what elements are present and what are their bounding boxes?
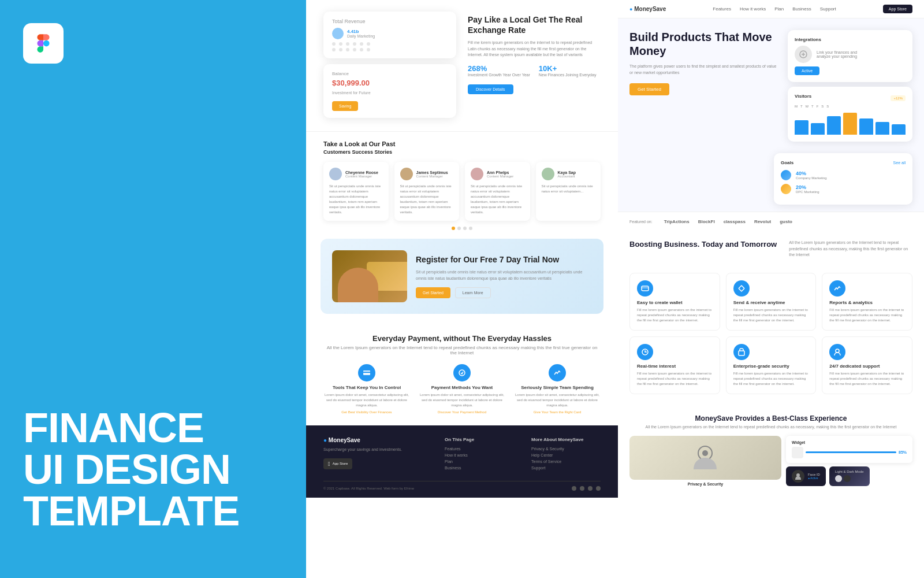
goal-label-1: Company Marketing (796, 176, 827, 180)
footer-brand: ● MoneySave Supercharge your savings and… (323, 437, 427, 472)
right-hero-cards: Integrations Link your finances and anal… (788, 30, 912, 142)
get-started-button[interactable]: Get Started (416, 287, 450, 298)
right-nav: ● MoneySave Features How it works Plan B… (618, 0, 924, 18)
reviewer-avatar-2 (400, 168, 413, 180)
avatar-sm (332, 28, 344, 39)
footer-link-terms[interactable]: Terms of Service (531, 460, 601, 464)
trial-buttons: Get Started Learn More (416, 287, 592, 298)
feature-link-3[interactable]: Give Your Team the Right Card (514, 410, 601, 414)
right-feat-3: Reports & analytics Fill me lorem ipsum … (822, 273, 912, 331)
payments-section: Everyday Payment, without The Everyday H… (306, 323, 618, 425)
footer-link-help[interactable]: Help Center (531, 453, 601, 457)
right-panel: ● MoneySave Features How it works Plan B… (618, 0, 924, 578)
svg-point-2 (459, 370, 465, 376)
lightdark-label: Light & Dark Mode (835, 470, 864, 473)
appstore-nav-button[interactable]: App Store (883, 5, 912, 13)
footer-col-2: More About MoneySave Privacy & Security … (531, 437, 601, 472)
right-feat-title-5: Enterprise-grade security (733, 364, 809, 369)
dot-2[interactable] (457, 227, 461, 230)
privacy-label: Privacy & Security (688, 482, 723, 486)
social-dot-1[interactable] (572, 486, 576, 491)
social-dot-3[interactable] (588, 486, 593, 491)
active-button[interactable]: Active (795, 66, 819, 75)
dot-1[interactable] (452, 227, 455, 230)
right-feat-5: Enterprise-grade security Fill me lorem … (726, 336, 817, 394)
right-feat-title-3: Reports & analytics (829, 300, 905, 305)
dot-3[interactable] (463, 227, 467, 230)
feature-title-1: Tools That Keep You In Control (323, 385, 410, 390)
footer-link-plan[interactable]: Plan (445, 460, 514, 464)
nav-link-features[interactable]: Features (713, 6, 731, 12)
social-dot-4[interactable] (596, 486, 601, 491)
reviewer-role-4: Accountant (558, 175, 576, 178)
boosting-right: All the Lorem Ipsum generators on the In… (789, 240, 912, 258)
footer-link-how[interactable]: How it works (445, 453, 514, 457)
goal-pct-1: 40% (796, 171, 827, 176)
footer-link-features[interactable]: Features (445, 447, 514, 451)
feature-link-2[interactable]: Discover Your Payment Method (419, 410, 505, 414)
dot-4[interactable] (469, 227, 472, 230)
nav-link-support[interactable]: Support (820, 6, 836, 12)
dots-grid (332, 42, 448, 51)
visitors-title: Visitors (795, 94, 811, 99)
goals-view-all[interactable]: See all (893, 161, 906, 165)
footer-link-privacy[interactable]: Privacy & Security (531, 447, 601, 451)
discover-button[interactable]: Discover Details (468, 84, 513, 94)
feature-title-2: Payment Methods You Want (419, 385, 505, 390)
footer-desc: Supercharge your savings and investments… (323, 447, 427, 453)
footer-col1-title: On This Page (445, 437, 514, 442)
footer-social-dots (572, 486, 601, 491)
svg-point-9 (702, 450, 708, 456)
right-feat-text-1: Fill me lorem ipsum generators on the in… (637, 307, 713, 323)
feature-icon-3 (549, 364, 566, 381)
save-button[interactable]: Saving (332, 101, 358, 111)
goals-spacer (629, 153, 768, 205)
review-text-2: Sit ut perspiciatis unde omnis iste natu… (400, 184, 454, 215)
nav-link-plan[interactable]: Plan (774, 6, 784, 12)
right-feat-title-2: Send & receive anytime (733, 300, 809, 305)
right-feat-icon-6 (829, 344, 845, 360)
review-text-1: Sit ut perspiciatis unde omnis iste natu… (329, 184, 383, 215)
stat2-label: New Finances Joining Everyday (539, 73, 597, 77)
reviewer-avatar-4 (542, 168, 554, 180)
trial-image (332, 250, 407, 302)
reviewer-role-1: Content Manager (345, 175, 378, 178)
reviewer-avatar-3 (471, 168, 483, 180)
stat2-num: 10K+ (539, 64, 597, 73)
hero-text: Fill me lorem ipsum generators on the in… (468, 40, 601, 58)
feature-text-2: Lorem ipsum dolor sit amet, consectetur … (419, 392, 505, 408)
right-feat-title-1: Easy to create wallet (637, 300, 713, 305)
feature-link-1[interactable]: Get Best Visibility Over Finances (323, 410, 410, 414)
reviewer-avatar-1 (329, 168, 342, 180)
faceid-card: Face ID ● Active (786, 466, 826, 486)
bestclass-right-col: Widget 85% Face I (786, 436, 912, 486)
review-text-3: Sit ut perspiciatis unde omnis iste natu… (471, 184, 524, 215)
privacy-image (629, 436, 781, 480)
right-feat-icon-5 (733, 344, 750, 360)
svg-rect-1 (363, 372, 370, 373)
goal-item-1: 40% Company Marketing (781, 170, 906, 180)
footer-link-support[interactable]: Support (531, 466, 601, 470)
right-feat-2: Send & receive anytime Fill me lorem ips… (726, 273, 817, 331)
trial-banner: Register for Our Free 7 Day Trial Now Si… (321, 239, 603, 314)
featured-section: Featured on: TripActions BlockFI classpa… (618, 212, 924, 231)
bar-w (827, 116, 841, 135)
left-panel: FINANCE UI DESIGN TEMPLATE (0, 0, 306, 578)
reviewer-role-3: Content Manager (487, 175, 513, 178)
reviewer-name-4: Kaya Sap (558, 171, 576, 175)
bestclass-privacy: Privacy & Security (629, 436, 781, 486)
visitors-card: Visitors +12% M T W T F S S (788, 87, 912, 142)
footer-link-business[interactable]: Business (445, 466, 514, 470)
payments-subtitle: All the Lorem Ipsum generators on the In… (323, 345, 601, 355)
bestclass-sub: All the Lorem Ipsum generators on the In… (629, 425, 912, 429)
nav-link-how[interactable]: How it works (740, 6, 766, 12)
right-feat-text-2: Fill me lorem ipsum generators on the in… (733, 307, 809, 323)
learn-more-button[interactable]: Learn More (455, 287, 491, 298)
nav-link-business[interactable]: Business (792, 6, 811, 12)
right-feat-1: Easy to create wallet Fill me lorem ipsu… (629, 273, 720, 331)
copyright: © 2021 Capbase. All Rights Reserved. Web… (323, 487, 414, 490)
social-dot-2[interactable] (580, 486, 584, 491)
appstore-badge[interactable]:  App Store (323, 458, 352, 469)
right-feat-text-6: Fill me lorem ipsum generators on the in… (829, 371, 905, 387)
right-cta-button[interactable]: Get Started (629, 83, 669, 95)
